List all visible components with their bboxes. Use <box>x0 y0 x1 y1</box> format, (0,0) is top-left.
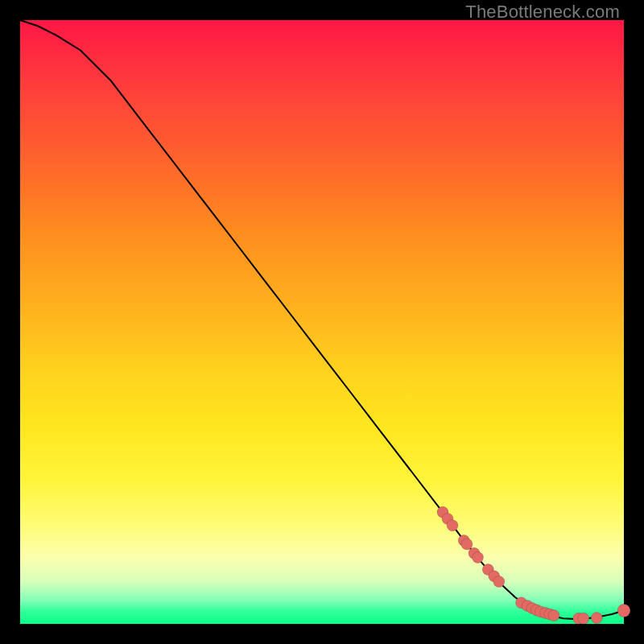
line-series <box>20 20 624 619</box>
data-point <box>473 552 484 564</box>
chart-svg <box>20 20 624 624</box>
marker-group <box>437 506 630 624</box>
data-point <box>578 613 589 624</box>
data-point <box>617 605 630 617</box>
data-point <box>493 576 505 588</box>
data-point <box>591 613 602 624</box>
data-point <box>461 539 473 550</box>
data-point <box>548 610 559 621</box>
data-point <box>447 520 458 531</box>
